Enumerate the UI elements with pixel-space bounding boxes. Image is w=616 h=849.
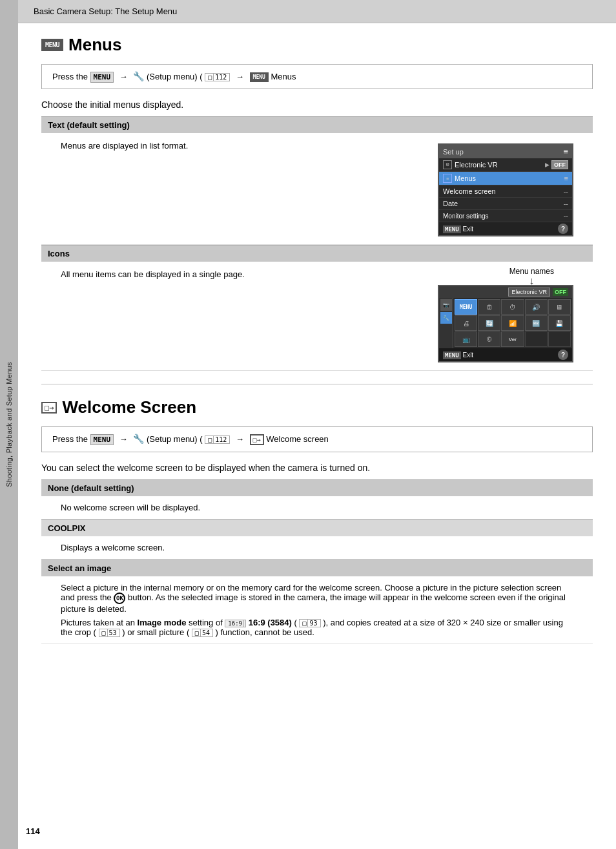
icon-cell-6: 🔄 <box>478 315 500 331</box>
select-desc-p2: Pictures taken at an Image mode setting … <box>61 618 573 637</box>
setting-none-content: No welcome screen will be displayed. <box>41 496 593 519</box>
press-arrow1: → <box>119 72 128 81</box>
camera-screen-text: Set up ≡ ⚙ Electronic VR ▶ OFF <box>438 143 573 236</box>
icon-cell-2: ⏱ <box>501 299 524 315</box>
icon-cell-8: 🔤 <box>525 315 548 331</box>
ok-badge: OK <box>114 592 125 604</box>
setting-text-header: Text (default setting) <box>41 116 593 133</box>
setting-coolpix: COOLPIX Displays a welcome screen. <box>41 519 593 560</box>
welcome-title: Welcome Screen <box>62 397 196 417</box>
welcome-intro: You can select the welcome screen to be … <box>41 463 593 473</box>
off-badge-icons: OFF <box>553 288 568 296</box>
welcome-dest-icon: □→ <box>250 434 264 445</box>
icons-sidebar: 📷 🔧 <box>439 298 453 348</box>
setup-icon: 🔧 <box>133 71 144 81</box>
setting-icons-header: Icons <box>41 245 593 262</box>
menu-btn-label: MENU <box>90 72 114 83</box>
icons-screen-wrap: Menu names ↓ Electronic VR OFF <box>438 285 573 362</box>
header-title: Basic Camera Setup: The Setup Menu <box>34 6 177 16</box>
icon-cell-7: 📶 <box>501 315 524 331</box>
welcome-section: □→ Welcome Screen Press the MENU → 🔧 (Se… <box>41 397 593 644</box>
sidebar-label: Shooting, Playback and Setup Menus <box>5 362 13 487</box>
icon-cell-blank1 <box>525 331 548 347</box>
setting-icons-content: All menu items can be displayed in a sin… <box>41 262 593 371</box>
icon-cell-9: 💾 <box>548 315 571 331</box>
welcome-setup-text: (Setup menu) ( <box>147 434 203 444</box>
header-bar: Basic Camera Setup: The Setup Menu <box>18 0 616 23</box>
icon-cell-menu: MENU <box>455 299 477 315</box>
setting-select-header: Select an image <box>41 560 593 576</box>
menu-names-label: Menu names ↓ <box>509 267 554 286</box>
setting-coolpix-header: COOLPIX <box>41 519 593 536</box>
wrench-cat-icon: 🔧 <box>440 312 452 324</box>
evr-icon-label: Electronic VR <box>508 288 550 297</box>
setting-none-header: None (default setting) <box>41 479 593 496</box>
setup-text: (Setup menu) ( <box>147 72 203 81</box>
page-number: 114 <box>26 826 40 836</box>
icon-cell-11: © <box>478 331 500 347</box>
welcome-row-label: Welcome screen <box>443 187 496 195</box>
dest-icon1: MENU <box>250 72 269 82</box>
monitor-row-badge: -- <box>564 212 568 220</box>
menus-title: Menus <box>68 35 121 55</box>
help-icon: ? <box>558 224 568 234</box>
icon-cell-5: 🖨 <box>455 315 477 331</box>
icon-cell-1: 🗓 <box>478 299 500 315</box>
menus-section: MENU Menus Press the MENU → 🔧 (Setup men… <box>41 35 593 371</box>
footer-menu-btn: MENU <box>443 225 461 233</box>
setting-text-default: Text (default setting) Menus are display… <box>41 116 593 245</box>
menus-row-label: Menus <box>455 174 476 182</box>
welcome-arrow1: → <box>119 434 128 444</box>
menu-row-icon: ≡ <box>443 174 452 183</box>
icon-cell-3: 🔊 <box>525 299 548 315</box>
welcome-arrow2: → <box>236 434 244 444</box>
menus-intro: Choose the initial menus displayed. <box>41 100 593 110</box>
icons-footer-exit: Exit <box>462 351 473 359</box>
setting-select-content: Select a picture in the internal memory … <box>41 576 593 644</box>
evr-badge: OFF <box>551 160 568 169</box>
menu-names-arrow: ↓ <box>529 276 534 286</box>
evr-arrow: ▶ <box>545 162 549 168</box>
camera-cat-icon: 📷 <box>440 299 452 311</box>
welcome-icon: □→ <box>41 402 57 414</box>
welcome-ref-box: □ 112 <box>205 435 230 444</box>
list-icon: ≡ <box>563 147 568 156</box>
row-side-icon: ⚙ <box>443 160 452 169</box>
evr-label: Electronic VR <box>455 161 498 169</box>
setting-none: None (default setting) No welcome screen… <box>41 479 593 519</box>
icon-cell-12: Ver <box>501 331 524 347</box>
image-mode-badge: 16:9 <box>225 620 246 627</box>
welcome-menu-btn: MENU <box>90 434 114 445</box>
press-prefix: Press the <box>52 72 90 81</box>
icons-help-icon: ? <box>558 350 568 360</box>
welcome-setup-icon: 🔧 <box>133 434 144 444</box>
dest-text1: Menus <box>271 72 296 81</box>
icon-cell-10: 📺 <box>455 331 477 347</box>
icons-camera-screen: Electronic VR OFF 📷 🔧 <box>438 285 573 362</box>
date-row-label: Date <box>443 200 458 207</box>
ref54: □ 54 <box>192 629 213 637</box>
footer-exit: Exit <box>462 225 473 233</box>
welcome-press-prefix: Press the <box>52 434 90 444</box>
setting-icons: Icons All menu items can be displayed in… <box>41 245 593 371</box>
screen-header-text: Set up <box>443 148 464 156</box>
setting-text-content: Menus are displayed in list format. Set … <box>41 133 593 245</box>
ref-box1: □ 112 <box>205 73 230 81</box>
setting-coolpix-content: Displays a welcome screen. <box>41 536 593 560</box>
date-row-badge: -- <box>564 200 568 207</box>
menus-section-title: MENU Menus <box>41 35 593 55</box>
setting-icons-desc: All menu items can be displayed in a sin… <box>61 269 418 279</box>
press-arrow2: → <box>236 72 244 81</box>
icons-footer-menu-btn: MENU <box>443 351 461 359</box>
menus-press-box: Press the MENU → 🔧 (Setup menu) ( □ 112 … <box>41 64 593 89</box>
ref93: □ 93 <box>299 619 320 627</box>
welcome-section-title: □→ Welcome Screen <box>41 397 593 417</box>
ref53: □ 53 <box>99 629 120 637</box>
menus-row-badge: ≡ <box>564 174 568 182</box>
menus-icon: MENU <box>41 39 63 51</box>
monitor-row-label: Monitor settings <box>443 213 489 220</box>
icon-cell-blank2 <box>548 331 571 347</box>
select-desc-p1: Select a picture in the internal memory … <box>61 583 573 614</box>
sidebar: Shooting, Playback and Setup Menus <box>0 0 18 849</box>
setting-text-desc: Menus are displayed in list format. <box>61 141 418 151</box>
